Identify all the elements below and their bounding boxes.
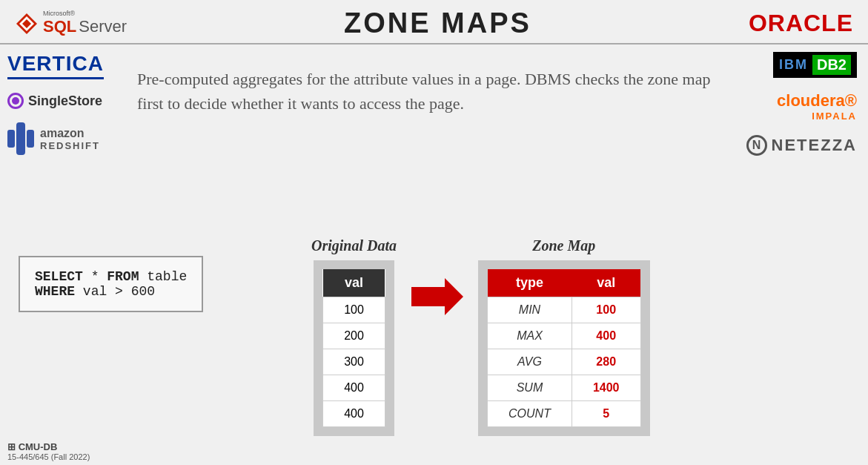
sqlserver-icon [15,12,39,36]
impala-logo: cloudera® IMPALA [777,91,857,122]
original-data-label: Original Data [311,237,397,254]
arrow-container [397,278,478,315]
zone-col-type-header: type [488,269,572,297]
right-logos-panel: IBM DB2 cloudera® IMPALA N NETEZZA [746,52,857,156]
zone-val-cell: 280 [572,349,640,375]
zone-val-cell: 5 [572,401,640,427]
sql-line1-rest: * [91,269,107,284]
zone-type-cell: COUNT [488,401,572,427]
cmu-label: CMU-DB [19,441,58,452]
table-row: MAX400 [488,323,640,349]
zone-type-cell: MAX [488,323,572,349]
svg-rect-5 [27,130,34,148]
where-keyword: WHERE [35,284,75,299]
singlestore-icon [7,93,24,109]
sql-condition: val > 600 [83,284,155,299]
db2-label: DB2 [812,55,851,75]
sqlserver-logo: Microsoft® SQL Server [15,10,127,36]
select-keyword: SELECT [35,269,83,284]
cloudera-label: cloudera® [777,91,857,111]
db2-logo: IBM DB2 [773,52,857,78]
orig-val-cell: 400 [323,401,385,427]
zone-map-label: Zone Map [532,237,595,254]
vertica-logo: VERTICA [7,52,104,79]
cmu-icon: ⊞ [7,441,16,452]
netezza-logo: N NETEZZA [746,135,857,156]
ibm-label: IBM [779,57,808,73]
zone-val-cell: 400 [572,323,640,349]
table-row: 300 [323,349,385,375]
amazon-label: amazon [40,127,100,140]
impala-label: IMPALA [777,111,857,122]
orig-val-cell: 400 [323,375,385,401]
vertica-label: VERTICA [7,52,104,79]
original-data-table: val 100200300400400 [322,269,385,427]
netezza-label: NETEZZA [772,136,857,155]
sql-line1: SELECT * FROM table [35,269,187,284]
table-row: MIN100 [488,297,640,323]
cmu-logo: ⊞ CMU-DB [7,441,90,452]
table-row: COUNT5 [488,401,640,427]
description-text: Pre-computed aggregates for the attribut… [137,67,712,116]
left-logos-panel: VERTICA SingleStore amazon REDSHIFT [7,52,104,155]
zone-val-cell: 1400 [572,375,640,401]
table-row: 400 [323,375,385,401]
table-row: 200 [323,323,385,349]
sql-table: table [147,269,187,284]
course-label: 15-445/645 (Fall 2022) [7,452,90,461]
amazon-text-block: amazon REDSHIFT [40,127,100,151]
zone-type-cell: SUM [488,375,572,401]
orig-val-cell: 100 [323,297,385,323]
from-keyword: FROM [107,269,139,284]
original-data-container: Original Data val 100200300400400 [311,237,397,436]
sql-query-box: SELECT * FROM table WHERE val > 600 [19,256,203,312]
svg-rect-4 [7,130,15,148]
footer: ⊞ CMU-DB 15-445/645 (Fall 2022) [7,441,90,461]
zone-type-cell: MIN [488,297,572,323]
svg-marker-6 [411,278,463,315]
table-row: 400 [323,401,385,427]
zone-map-container: Zone Map type val MIN100MAX400AVG280SUM1… [478,237,649,436]
table-row: AVG280 [488,349,640,375]
right-arrow-icon [411,278,463,315]
zone-map-table: type val MIN100MAX400AVG280SUM1400COUNT5 [487,269,640,427]
table-row: SUM1400 [488,375,640,401]
redshift-label: REDSHIFT [40,140,100,151]
zone-type-cell: AVG [488,349,572,375]
zone-map-wrapper: type val MIN100MAX400AVG280SUM1400COUNT5 [478,260,649,436]
zone-col-val-header: val [572,269,640,297]
orig-val-cell: 300 [323,349,385,375]
server-label: Server [79,17,127,36]
singlestore-label: SingleStore [28,93,102,109]
table-row: 100 [323,297,385,323]
singlestore-logo: SingleStore [7,93,104,109]
original-data-wrapper: val 100200300400400 [314,260,394,436]
sql-line2: WHERE val > 600 [35,284,187,299]
netezza-icon: N [746,135,767,156]
zone-val-cell: 100 [572,297,640,323]
svg-rect-3 [16,122,25,155]
microsoft-label: Microsoft® [43,10,127,17]
oracle-logo: ORACLE [749,10,853,37]
page-header: Microsoft® SQL Server ZONE MAPS ORACLE [0,0,868,44]
orig-val-cell: 200 [323,323,385,349]
amazon-icon [7,122,34,155]
amazon-redshift-logo: amazon REDSHIFT [7,122,104,155]
tables-section: Original Data val 100200300400400 Zone M… [311,237,853,436]
sql-label: SQL [43,19,76,35]
page-title: ZONE MAPS [344,7,531,39]
singlestore-inner-dot [12,97,19,105]
orig-col-val-header: val [323,269,385,297]
